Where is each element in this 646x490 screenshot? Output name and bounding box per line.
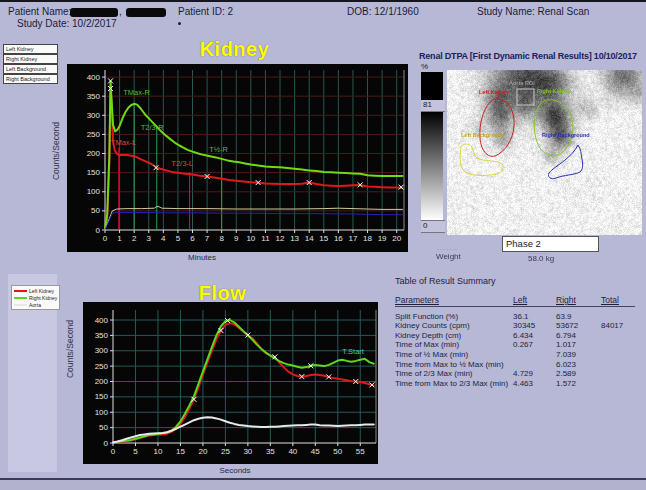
svg-text:4: 4 bbox=[161, 234, 166, 243]
right-kidney-roi[interactable] bbox=[534, 100, 573, 156]
table-cell: 53672 bbox=[556, 321, 601, 331]
legend-item[interactable]: Left Background bbox=[3, 64, 58, 74]
svg-text:20: 20 bbox=[392, 234, 401, 243]
svg-text:350: 350 bbox=[95, 331, 109, 340]
legend-item[interactable]: Aorta bbox=[14, 301, 57, 308]
table-cell: 4.463 bbox=[513, 379, 556, 389]
table-cell: 1.572 bbox=[556, 379, 601, 389]
patient-name-redacted-1 bbox=[70, 8, 118, 17]
svg-text:TMax-R: TMax-R bbox=[123, 88, 150, 97]
table-column-header: Right bbox=[556, 296, 601, 306]
colorbar-unit: % bbox=[421, 62, 428, 71]
legend-swatch bbox=[14, 290, 27, 292]
weight-label: Weight bbox=[436, 252, 461, 261]
table-header: ParametersLeftRightTotal bbox=[395, 296, 635, 307]
svg-text:50: 50 bbox=[91, 206, 100, 215]
table-row: Split Function (%)36.163.9 bbox=[395, 312, 635, 322]
kidney-chart-title: Kidney bbox=[167, 38, 302, 61]
table-cell bbox=[601, 312, 635, 322]
svg-text:400: 400 bbox=[95, 316, 109, 325]
svg-text:200: 200 bbox=[87, 149, 101, 158]
table-cell bbox=[513, 350, 556, 360]
svg-text:0: 0 bbox=[103, 234, 108, 243]
phase-field[interactable]: Phase 2 bbox=[502, 236, 599, 252]
svg-text:50: 50 bbox=[333, 447, 342, 456]
legend-swatch bbox=[14, 304, 27, 306]
svg-text:11: 11 bbox=[261, 234, 270, 243]
flow-chart: 0501001502002503003504000510152025303540… bbox=[83, 302, 378, 464]
svg-text:150: 150 bbox=[87, 168, 101, 177]
kidney-chart-legend: Left KidneyRight KidneyLeft BackgroundRi… bbox=[3, 44, 58, 84]
legend-item[interactable]: Left Kidney bbox=[14, 287, 57, 294]
table-cell: 6.794 bbox=[556, 331, 601, 341]
svg-text:100: 100 bbox=[95, 408, 109, 417]
flow-xlabel: Seconds bbox=[205, 466, 265, 475]
svg-text:50: 50 bbox=[99, 423, 108, 432]
aorta-roi[interactable] bbox=[517, 89, 534, 105]
svg-text:15: 15 bbox=[176, 447, 185, 456]
weight-dots: ······· bbox=[437, 247, 458, 251]
table-cell bbox=[601, 360, 635, 370]
svg-text:0: 0 bbox=[96, 226, 101, 235]
left-kidney-roi-label: Left Kidney bbox=[479, 89, 509, 95]
flow-chart-legend: Left KidneyRight KidneyAorta bbox=[11, 285, 60, 310]
colorbar-gradient[interactable] bbox=[421, 112, 443, 220]
legend-swatch bbox=[14, 297, 27, 299]
legend-item[interactable]: Left Kidney bbox=[3, 44, 58, 54]
legend-label: Left Kidney bbox=[29, 288, 54, 294]
svg-text:16: 16 bbox=[334, 234, 343, 243]
svg-text:10: 10 bbox=[154, 447, 163, 456]
legend-label: Right Kidney bbox=[29, 295, 57, 301]
right-background-roi[interactable] bbox=[548, 145, 582, 179]
svg-text:100: 100 bbox=[87, 187, 101, 196]
left-background-roi-label: Left Background bbox=[461, 132, 505, 138]
svg-text:12: 12 bbox=[276, 234, 285, 243]
svg-text:19: 19 bbox=[378, 234, 387, 243]
svg-text:7: 7 bbox=[205, 234, 210, 243]
table-cell: 63.9 bbox=[556, 312, 601, 322]
kidney-chart: 0501001502002503003504000123456789101112… bbox=[67, 64, 408, 252]
study-name: Study Name: Renal Scan bbox=[477, 6, 589, 17]
svg-text:250: 250 bbox=[95, 362, 109, 371]
left-background-roi[interactable] bbox=[460, 144, 503, 176]
svg-text:3: 3 bbox=[147, 234, 152, 243]
renal-scan-report: Patient Name: , Patient ID: 2 DOB: 12/1/… bbox=[0, 0, 646, 490]
aorta-roi-label: Aorta ROI bbox=[509, 80, 535, 86]
weight-value: 58.0 kg bbox=[528, 254, 554, 263]
svg-text:200: 200 bbox=[95, 377, 109, 386]
svg-text:30: 30 bbox=[243, 447, 252, 456]
svg-text:T2/3-R: T2/3-R bbox=[141, 123, 165, 132]
svg-text:45: 45 bbox=[311, 447, 320, 456]
left-kidney-roi[interactable] bbox=[480, 99, 514, 157]
dob: DOB: 12/1/1960 bbox=[347, 6, 419, 17]
table-row: Time of 2/3 Max (min)4.7292.589 bbox=[395, 369, 635, 379]
table-row: Time of Max (min)0.2671.017 bbox=[395, 340, 635, 350]
kidney-ylabel: Counts/Second bbox=[51, 115, 61, 187]
svg-text:250: 250 bbox=[87, 130, 101, 139]
legend-item[interactable]: Right Kidney bbox=[14, 294, 57, 301]
right-background-roi-label: Right Background bbox=[542, 132, 590, 138]
svg-text:9: 9 bbox=[234, 234, 239, 243]
svg-text:T.Start: T.Start bbox=[342, 347, 365, 356]
svg-text:20: 20 bbox=[198, 447, 207, 456]
svg-text:300: 300 bbox=[95, 346, 109, 355]
table-cell: 7.039 bbox=[556, 350, 601, 360]
table-cell: 1.017 bbox=[556, 340, 601, 350]
legend-item[interactable]: Right Kidney bbox=[3, 54, 58, 64]
table-row: Kidney Counts (cpm)303455367284017 bbox=[395, 321, 635, 331]
table-column-header: Total bbox=[601, 296, 635, 306]
colorbar-max-label: 81 bbox=[421, 100, 445, 112]
colorbar-top-block bbox=[421, 72, 443, 100]
table-cell bbox=[601, 379, 635, 389]
stray-dot bbox=[178, 22, 181, 25]
svg-text:T½-R: T½-R bbox=[209, 145, 228, 154]
svg-text:40: 40 bbox=[288, 447, 297, 456]
patient-name-label: Patient Name: bbox=[8, 6, 71, 17]
patient-id: Patient ID: 2 bbox=[178, 6, 233, 17]
svg-text:400: 400 bbox=[87, 73, 101, 82]
svg-text:6: 6 bbox=[190, 234, 195, 243]
legend-item[interactable]: Right Background bbox=[3, 74, 58, 84]
legend-label: Aorta bbox=[29, 302, 41, 308]
table-cell bbox=[601, 369, 635, 379]
table-cell bbox=[513, 360, 556, 370]
